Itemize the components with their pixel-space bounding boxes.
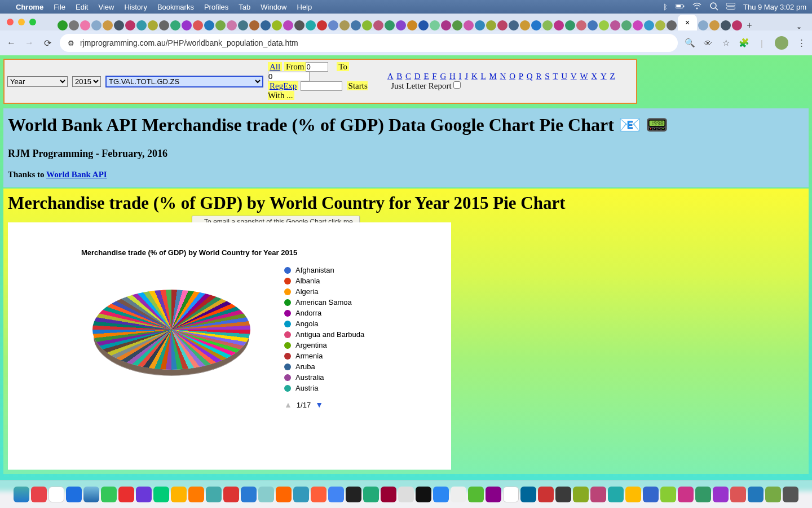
- back-button[interactable]: ←: [6, 37, 17, 49]
- tab-pinned[interactable]: [306, 20, 316, 30]
- alpha-link[interactable]: N: [500, 72, 507, 81]
- tab-pinned[interactable]: [610, 20, 620, 30]
- tab-pinned[interactable]: [385, 20, 395, 30]
- tab-overflow-button[interactable]: ⌄: [793, 23, 805, 30]
- new-tab-button[interactable]: +: [743, 20, 756, 30]
- window-zoom[interactable]: [29, 19, 36, 25]
- to-input[interactable]: [268, 72, 310, 81]
- dock-app-calendar[interactable]: [48, 487, 64, 502]
- tab-pinned[interactable]: [249, 20, 259, 30]
- alpha-link[interactable]: D: [414, 72, 421, 81]
- tab-pinned[interactable]: [655, 20, 665, 30]
- chart-heading[interactable]: Merchandise trade (% of GDP) by World Co…: [8, 193, 804, 213]
- profile-avatar[interactable]: [775, 36, 788, 50]
- dock-app[interactable]: [468, 487, 484, 502]
- tab-pinned[interactable]: [193, 20, 203, 30]
- tab-pinned[interactable]: [238, 20, 248, 30]
- dock-app[interactable]: [188, 487, 204, 502]
- tab-pinned[interactable]: [136, 20, 147, 30]
- alpha-link[interactable]: S: [544, 72, 550, 81]
- alpha-link[interactable]: G: [439, 72, 447, 81]
- year-select[interactable]: 2015: [72, 76, 101, 87]
- dock-app[interactable]: [293, 487, 309, 502]
- dock-app[interactable]: [503, 487, 519, 502]
- tab-pinned[interactable]: [362, 20, 372, 30]
- legend-item[interactable]: Aruba: [284, 361, 364, 372]
- dock-app-music[interactable]: [31, 487, 47, 502]
- alpha-link[interactable]: R: [535, 72, 542, 81]
- close-tab-icon[interactable]: ×: [685, 18, 690, 27]
- dock-app-trash[interactable]: [783, 487, 798, 502]
- legend-item[interactable]: Afghanistan: [284, 265, 364, 275]
- tab-pinned[interactable]: [531, 20, 541, 30]
- tab-pinned[interactable]: [215, 20, 226, 30]
- legend-item[interactable]: Australia: [284, 372, 364, 383]
- dock-app[interactable]: [713, 487, 729, 502]
- tab-pinned[interactable]: [667, 20, 677, 30]
- pie-chart[interactable]: [92, 265, 262, 411]
- alpha-link[interactable]: E: [423, 72, 429, 81]
- dock-app[interactable]: [748, 487, 764, 502]
- legend-item[interactable]: Angola: [284, 318, 364, 329]
- dock-app[interactable]: [520, 487, 536, 502]
- tab-pinned[interactable]: [486, 20, 496, 30]
- alpha-link[interactable]: O: [509, 72, 516, 81]
- forward-button[interactable]: →: [24, 37, 35, 49]
- dock-app-mail[interactable]: [66, 487, 82, 502]
- tab-pinned[interactable]: [621, 20, 632, 30]
- alpha-link[interactable]: M: [488, 72, 497, 81]
- tab-pinned[interactable]: [588, 20, 598, 30]
- tab-pinned[interactable]: [283, 20, 293, 30]
- dock-app[interactable]: [590, 487, 606, 502]
- alpha-link[interactable]: K: [471, 72, 478, 81]
- legend-item[interactable]: Algeria: [284, 286, 364, 297]
- dock-app[interactable]: [276, 487, 292, 502]
- menu-edit[interactable]: Edit: [76, 3, 88, 11]
- tab-active[interactable]: ×: [678, 15, 697, 30]
- eye-icon[interactable]: 👁: [703, 38, 713, 48]
- alpha-link[interactable]: X: [590, 72, 598, 81]
- dock-app[interactable]: [765, 487, 781, 502]
- tab-pinned[interactable]: [475, 20, 485, 30]
- dock-app-firefox[interactable]: [311, 487, 326, 502]
- menu-help[interactable]: Help: [297, 3, 312, 11]
- alpha-link[interactable]: Q: [526, 72, 533, 81]
- dock-app[interactable]: [451, 487, 466, 502]
- tab-pinned[interactable]: [599, 20, 609, 30]
- wifi-icon[interactable]: [692, 2, 701, 12]
- tab-pinned[interactable]: [407, 20, 417, 30]
- bookmark-star-icon[interactable]: ☆: [721, 38, 731, 48]
- alpha-link[interactable]: C: [405, 72, 412, 81]
- alpha-link[interactable]: H: [449, 72, 456, 81]
- dock-app[interactable]: [346, 487, 361, 502]
- alpha-link[interactable]: B: [396, 72, 403, 81]
- worldbank-api-link[interactable]: World Bank API: [46, 170, 107, 179]
- tab-pinned[interactable]: [732, 20, 742, 30]
- tab-pinned[interactable]: [452, 20, 462, 30]
- legend-item[interactable]: Antigua and Barbuda: [284, 329, 364, 340]
- tab-pinned[interactable]: [91, 20, 102, 30]
- tab-pinned[interactable]: [103, 20, 113, 30]
- tab-pinned[interactable]: [58, 20, 68, 30]
- dock-app[interactable]: [258, 487, 274, 502]
- alpha-link[interactable]: Z: [609, 72, 615, 81]
- pager-icon[interactable]: 📟: [646, 114, 668, 135]
- tab-pinned[interactable]: [373, 20, 383, 30]
- dock-app[interactable]: [398, 487, 414, 502]
- alpha-link[interactable]: I: [458, 72, 462, 81]
- email-icon[interactable]: 📧: [619, 114, 641, 135]
- menu-history[interactable]: History: [124, 3, 147, 11]
- tab-pinned[interactable]: [698, 20, 708, 30]
- dock-app-zoom[interactable]: [241, 487, 257, 502]
- spotlight-icon[interactable]: [709, 2, 718, 12]
- tab-pinned[interactable]: [396, 20, 406, 30]
- alpha-link[interactable]: F: [431, 72, 437, 81]
- extensions-icon[interactable]: 🧩: [739, 38, 749, 48]
- dock-app[interactable]: [678, 487, 694, 502]
- tab-pinned[interactable]: [69, 20, 79, 30]
- tab-pinned[interactable]: [565, 20, 575, 30]
- alpha-link[interactable]: V: [570, 72, 577, 81]
- tab-pinned[interactable]: [633, 20, 643, 30]
- tab-pinned[interactable]: [204, 20, 214, 30]
- tab-pinned[interactable]: [114, 20, 124, 30]
